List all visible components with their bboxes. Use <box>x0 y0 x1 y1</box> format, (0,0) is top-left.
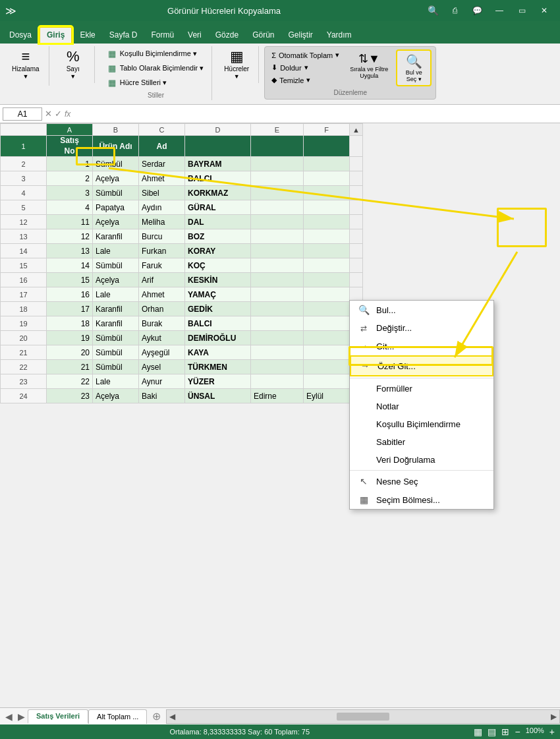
horizontal-scrollbar[interactable]: ◀ ▶ <box>166 709 560 724</box>
cell-a24[interactable]: 23 <box>47 389 93 403</box>
cell-e1[interactable] <box>251 136 304 157</box>
cell-f5[interactable] <box>304 200 350 215</box>
cell-f3[interactable] <box>304 171 350 186</box>
tablo-bicim-btn[interactable]: ▦ Tablo Olarak Biçimlendir ▾ <box>105 62 207 74</box>
cell-a3[interactable]: 2 <box>47 171 93 186</box>
cell-a12[interactable]: 11 <box>47 215 93 229</box>
cell-b22[interactable]: Sümbül <box>93 360 139 374</box>
formula-input[interactable] <box>73 109 557 119</box>
search-icon[interactable]: 🔍 <box>428 5 439 16</box>
menu-item-secim-bolmesi[interactable]: ▦ Seçim Bölmesi... <box>350 490 493 509</box>
cell-b20[interactable]: Sümbül <box>93 331 139 345</box>
cell-f17[interactable] <box>304 287 350 302</box>
menu-item-ozel-git[interactable]: → Özel Git... <box>350 355 493 376</box>
cell-a16[interactable]: 15 <box>47 273 93 287</box>
cell-b24[interactable]: Açelya <box>93 389 139 403</box>
cell-a2[interactable]: 1 <box>47 157 93 171</box>
cell-e14[interactable] <box>251 244 304 258</box>
cell-b14[interactable]: Lale <box>93 244 139 258</box>
menu-item-bul[interactable]: 🔍 Bul... <box>350 301 493 319</box>
cell-a22[interactable]: 21 <box>47 360 93 374</box>
cell-f20[interactable] <box>304 331 350 345</box>
cell-b21[interactable]: Sümbül <box>93 345 139 360</box>
scroll-right-btn[interactable]: ▶ <box>551 712 557 721</box>
cell-a5[interactable]: 4 <box>47 200 93 215</box>
normal-view-icon[interactable]: ▦ <box>474 726 482 737</box>
cell-c16[interactable]: Arif <box>139 273 185 287</box>
page-layout-icon[interactable]: ▤ <box>488 726 496 737</box>
cell-c14[interactable]: Furkan <box>139 244 185 258</box>
cell-a17[interactable]: 16 <box>47 287 93 302</box>
cell-b16[interactable]: Açelya <box>93 273 139 287</box>
tab-formu[interactable]: Formü <box>144 28 181 44</box>
oto-toplam-btn[interactable]: Σ Otomatik Toplam ▾ <box>269 49 342 61</box>
tab-sayfa[interactable]: Sayfa D <box>103 28 144 44</box>
cell-a23[interactable]: 22 <box>47 374 93 389</box>
cell-f19[interactable] <box>304 316 350 331</box>
cell-d4[interactable]: KORKMAZ <box>185 186 251 200</box>
bul-ve-sec-btn[interactable]: 🔍 Bul veSeç ▾ <box>396 49 432 86</box>
hucre-stil-btn[interactable]: ▦ Hücre Stilleri ▾ <box>105 76 207 89</box>
col-header-f[interactable]: F <box>304 124 350 136</box>
cell-f22[interactable] <box>304 360 350 374</box>
cell-e20[interactable] <box>251 331 304 345</box>
cell-d24[interactable]: ÜNSAL <box>185 389 251 403</box>
cell-d5[interactable]: GÜRAL <box>185 200 251 215</box>
cell-b15[interactable]: Sümbül <box>93 258 139 273</box>
cell-d20[interactable]: DEMİROĞLU <box>185 331 251 345</box>
tab-gozde[interactable]: Gözde <box>209 28 245 44</box>
cell-d22[interactable]: TÜRKMEN <box>185 360 251 374</box>
tab-dosya[interactable]: Dosya <box>3 28 38 44</box>
restore-btn[interactable]: ▭ <box>511 1 532 20</box>
cell-c2[interactable]: Serdar <box>139 157 185 171</box>
cell-c21[interactable]: Ayşegül <box>139 345 185 360</box>
cell-e13[interactable] <box>251 229 304 244</box>
tab-yardim[interactable]: Yardım <box>320 28 358 44</box>
doldur-btn[interactable]: ⬇ Doldur ▾ <box>269 62 342 73</box>
cell-b19[interactable]: Karanfil <box>93 316 139 331</box>
minimize-btn[interactable]: — <box>489 1 510 20</box>
cell-d3[interactable]: BALCI <box>185 171 251 186</box>
cell-f24[interactable]: Eylül <box>304 389 350 403</box>
cell-a18[interactable]: 17 <box>47 302 93 316</box>
sheet-nav-left[interactable]: ◀ <box>3 711 15 722</box>
zoom-out-icon[interactable]: − <box>515 726 520 737</box>
cell-e5[interactable] <box>251 200 304 215</box>
tab-gelistu[interactable]: Geliştir <box>281 28 319 44</box>
cell-d13[interactable]: BOZ <box>185 229 251 244</box>
cell-e24[interactable]: Edirne <box>251 389 304 403</box>
cell-e23[interactable] <box>251 374 304 389</box>
tab-gorun[interactable]: Görün <box>246 28 281 44</box>
cell-e15[interactable] <box>251 258 304 273</box>
sheet-tab-add[interactable]: ⊕ <box>147 710 166 723</box>
cell-a4[interactable]: 3 <box>47 186 93 200</box>
cell-c17[interactable]: Ahmet <box>139 287 185 302</box>
cell-b4[interactable]: Sümbül <box>93 186 139 200</box>
page-break-icon[interactable]: ⊞ <box>501 726 509 737</box>
col-header-d[interactable]: D <box>185 124 251 136</box>
cell-c23[interactable]: Aynur <box>139 374 185 389</box>
cell-b3[interactable]: Açelya <box>93 171 139 186</box>
cell-e12[interactable] <box>251 215 304 229</box>
cell-d23[interactable]: YÜZER <box>185 374 251 389</box>
cell-b18[interactable]: Karanfil <box>93 302 139 316</box>
temizle-btn[interactable]: ◆ Temizle ▾ <box>269 74 342 86</box>
cell-d12[interactable]: DAL <box>185 215 251 229</box>
cell-f1[interactable] <box>304 136 350 157</box>
menu-item-notlar[interactable]: Notlar <box>350 398 493 415</box>
zoom-in-icon[interactable]: + <box>549 726 555 737</box>
cell-d17[interactable]: YAMAÇ <box>185 287 251 302</box>
cell-e22[interactable] <box>251 360 304 374</box>
cell-c1[interactable]: Ad <box>139 136 185 157</box>
cell-a14[interactable]: 13 <box>47 244 93 258</box>
cell-f4[interactable] <box>304 186 350 200</box>
cell-a19[interactable]: 18 <box>47 316 93 331</box>
tab-veri[interactable]: Veri <box>181 28 208 44</box>
menu-item-kosullu[interactable]: Koşullu Biçimlendirme <box>350 415 493 433</box>
cell-d2[interactable]: BAYRAM <box>185 157 251 171</box>
col-header-b[interactable]: B <box>93 124 139 136</box>
kosullu-bicim-btn[interactable]: ▦ Koşullu Biçimlendirme ▾ <box>105 47 207 60</box>
cell-c4[interactable]: Sibel <box>139 186 185 200</box>
menu-item-nesne-sec[interactable]: ↖ Nesne Seç <box>350 472 493 490</box>
sirala-filtre-btn[interactable]: ⇅▼ Sırala ve FiltreUygula <box>347 49 391 81</box>
